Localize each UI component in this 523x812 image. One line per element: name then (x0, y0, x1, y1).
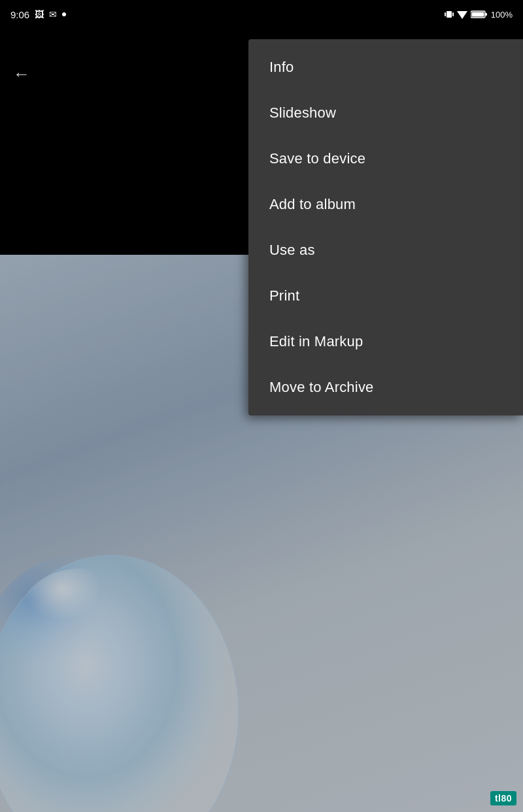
menu-item-slideshow[interactable]: Slideshow (248, 90, 523, 136)
svg-marker-3 (457, 11, 467, 19)
wifi-icon (457, 10, 467, 19)
gallery-icon: 🖼 (35, 9, 44, 20)
menu-item-add-to-album[interactable]: Add to album (248, 182, 523, 227)
status-bar-left: 9:06 🖼 ✉ (10, 9, 66, 20)
vibrate-icon (445, 9, 454, 20)
menu-item-edit-in-markup[interactable]: Edit in Markup (248, 319, 523, 365)
menu-item-move-to-archive[interactable]: Move to Archive (248, 365, 523, 410)
battery-percent: 100% (491, 10, 513, 20)
status-bar: 9:06 🖼 ✉ 100% (0, 0, 523, 29)
svg-rect-5 (471, 12, 484, 17)
watermark: tl80 (490, 791, 516, 805)
status-bar-right: 100% (445, 9, 513, 20)
svg-rect-6 (485, 13, 487, 16)
mail-icon: ✉ (49, 9, 57, 20)
time-display: 9:06 (10, 9, 29, 20)
notification-dot (62, 12, 66, 16)
menu-item-save-to-device[interactable]: Save to device (248, 136, 523, 182)
svg-rect-2 (452, 12, 454, 16)
menu-item-info[interactable]: Info (248, 44, 523, 90)
svg-rect-1 (445, 12, 446, 16)
battery-icon (471, 10, 488, 19)
svg-rect-0 (447, 11, 452, 18)
dropdown-menu: Info Slideshow Save to device Add to alb… (248, 39, 523, 415)
menu-item-print[interactable]: Print (248, 273, 523, 319)
menu-item-use-as[interactable]: Use as (248, 227, 523, 273)
